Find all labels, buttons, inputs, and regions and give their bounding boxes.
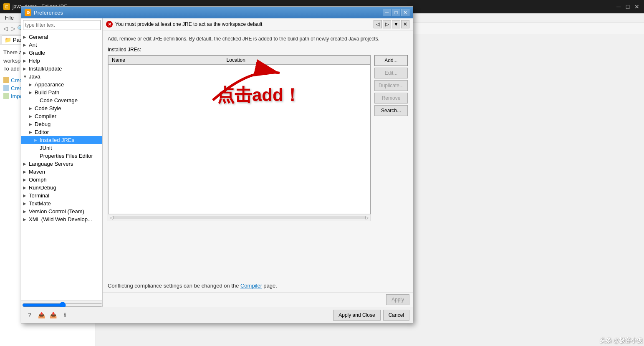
- banner-close-button[interactable]: ✕: [401, 20, 409, 28]
- tree-item-installed-jres[interactable]: ▶ Installed JREs: [21, 136, 102, 144]
- tree-item-compiler[interactable]: ▶ Compiler: [21, 112, 102, 120]
- duplicate-jre-button[interactable]: Duplicate...: [374, 80, 408, 91]
- tree-item-ant[interactable]: ▶ Ant: [21, 41, 102, 49]
- spacer-code-coverage: ▶: [34, 98, 39, 103]
- apply-button-inline[interactable]: Apply: [386, 294, 409, 305]
- expand-icon-compiler: ▶: [29, 114, 34, 119]
- expand-icon-run-debug: ▶: [23, 185, 28, 190]
- tree-item-xml[interactable]: ▶ XML (Wild Web Develop...: [21, 215, 102, 223]
- scroll-right-arrow: ▷: [366, 215, 369, 220]
- expand-icon-maven: ▶: [23, 169, 28, 174]
- jre-table-wrapper: Name Location: [108, 56, 371, 214]
- expand-icon-build-path: ▶: [29, 90, 34, 95]
- banner-forward-button[interactable]: ▷: [383, 20, 391, 28]
- search-jre-button[interactable]: Search...: [374, 105, 408, 116]
- expand-icon-code-style: ▶: [29, 106, 34, 111]
- toolbar-back[interactable]: ◁: [2, 25, 9, 32]
- menu-file[interactable]: File: [2, 14, 17, 22]
- tree-item-help[interactable]: ▶ Help: [21, 57, 102, 65]
- apply-and-close-button[interactable]: Apply and Close: [333, 310, 380, 321]
- spacer-junit: ▶: [34, 146, 39, 150]
- tree-item-textmate[interactable]: ▶ TextMate: [21, 200, 102, 207]
- tree-item-language-servers[interactable]: ▶ Language Servers: [21, 160, 102, 168]
- jre-table-scroll-area: ◁ ▷: [108, 214, 371, 221]
- compiler-link[interactable]: Compiler: [240, 283, 262, 289]
- expand-icon-terminal: ▶: [23, 193, 28, 198]
- scroll-left-arrow: ◁: [110, 215, 113, 220]
- tree-item-oomph[interactable]: ▶ Oomph: [21, 176, 102, 184]
- minimize-button[interactable]: ─: [615, 3, 622, 10]
- jre-action-buttons: Add... Edit... Duplicate... Remove Searc…: [374, 55, 408, 221]
- dialog-minimize-button[interactable]: ─: [383, 9, 391, 16]
- tree-item-install-update[interactable]: ▶ Install/Update: [21, 65, 102, 73]
- expand-icon-help: ▶: [23, 58, 28, 63]
- tree-item-gradle[interactable]: ▶ Gradle: [21, 49, 102, 57]
- tree-item-run-debug[interactable]: ▶ Run/Debug: [21, 184, 102, 192]
- expand-icon-ant: ▶: [23, 43, 28, 47]
- filter-input[interactable]: [23, 20, 101, 30]
- filter-input-wrap: [21, 18, 102, 32]
- tree-item-terminal[interactable]: ▶ Terminal: [21, 192, 102, 200]
- tree-horizontal-scrollbar[interactable]: [22, 302, 103, 307]
- tree-item-maven[interactable]: ▶ Maven: [21, 168, 102, 176]
- dialog-title: Preferences: [34, 10, 383, 16]
- watermark: 头条 @极客小俊: [600, 337, 642, 344]
- expand-icon-gradle: ▶: [23, 51, 28, 55]
- preferences-tree-panel: ▶ General ▶ Ant ▶ Gradle ▶ Help: [21, 18, 103, 307]
- cancel-button[interactable]: Cancel: [383, 310, 409, 321]
- banner-back-button[interactable]: ◁: [374, 20, 382, 28]
- preferences-dialog: ⚙ Preferences ─ □ ✕ ▶ General: [21, 6, 413, 323]
- remove-jre-button[interactable]: Remove: [374, 93, 408, 104]
- dialog-titlebar: ⚙ Preferences ─ □ ✕: [21, 7, 413, 18]
- tree-item-properties-files[interactable]: ▶ Properties Files Editor: [21, 152, 102, 160]
- spacer-properties: ▶: [34, 154, 39, 158]
- jre-description: Add, remove or edit JRE definitions. By …: [108, 35, 408, 43]
- error-message-text: You must provide at least one JRE to act…: [115, 21, 371, 27]
- export-preferences-button[interactable]: 📤: [36, 310, 46, 320]
- tree-item-junit[interactable]: ▶ JUnit: [21, 144, 102, 152]
- tree-item-build-path[interactable]: ▶ Build Path: [21, 88, 102, 96]
- maximize-button[interactable]: □: [624, 3, 631, 10]
- jre-table: Name Location: [109, 56, 370, 65]
- jre-table-header-name: Name: [109, 56, 223, 65]
- eclipse-background: E java_demo - Eclipse IDE ─ □ ✕ File Edi…: [0, 0, 644, 346]
- expand-icon-appearance: ▶: [29, 82, 34, 87]
- dialog-right-panel: ✕ You must provide at least one JRE to a…: [103, 18, 413, 307]
- footer-left-icons: ? 📤 📥 ℹ: [25, 310, 331, 320]
- spacer-installed-jres: ▶: [34, 138, 39, 142]
- expand-icon-debug: ▶: [29, 122, 34, 126]
- tree-item-code-coverage[interactable]: ▶ Code Coverage: [21, 96, 102, 104]
- tree-item-version-control[interactable]: ▶ Version Control (Team): [21, 207, 102, 215]
- tree-item-general[interactable]: ▶ General: [21, 33, 102, 41]
- expand-icon-textmate: ▶: [23, 201, 28, 206]
- project-icon: [3, 85, 9, 91]
- help-icon-button[interactable]: ?: [25, 310, 35, 320]
- import-preferences-button[interactable]: 📥: [48, 310, 58, 320]
- tree-item-appearance[interactable]: ▶ Appearance: [21, 81, 102, 88]
- error-banner: ✕ You must provide at least one JRE to a…: [103, 18, 413, 30]
- add-jre-button[interactable]: Add...: [374, 55, 408, 66]
- installed-jres-label: Installed JREs:: [108, 47, 408, 53]
- expand-icon-editor: ▶: [29, 130, 34, 134]
- dialog-close-button[interactable]: ✕: [401, 9, 409, 16]
- dialog-win-controls: ─ □ ✕: [383, 9, 409, 16]
- banner-menu-button[interactable]: ▼: [392, 20, 400, 28]
- java-project-icon: [3, 77, 9, 83]
- expand-icon-general: ▶: [23, 35, 28, 39]
- compiler-link-suffix: page.: [263, 283, 277, 289]
- apply-area: Apply: [103, 292, 413, 307]
- edit-jre-button[interactable]: Edit...: [374, 68, 408, 78]
- tree-item-code-style[interactable]: ▶ Code Style: [21, 104, 102, 112]
- main-window-controls: ─ □ ✕: [615, 3, 641, 10]
- tree-item-java[interactable]: ▼ Java: [21, 73, 102, 81]
- tree-item-debug[interactable]: ▶ Debug: [21, 120, 102, 128]
- tree-item-editor[interactable]: ▶ Editor: [21, 128, 102, 136]
- horizontal-scrollbar[interactable]: [113, 216, 366, 219]
- dialog-resize-button[interactable]: □: [392, 9, 400, 16]
- expand-icon-version-control: ▶: [23, 209, 28, 214]
- toolbar-forward[interactable]: ▷: [9, 25, 17, 32]
- jre-content-area: Add, remove or edit JRE definitions. By …: [103, 30, 413, 279]
- tree-scroll-bottom: [21, 300, 102, 307]
- info-button[interactable]: ℹ: [60, 310, 70, 320]
- close-button[interactable]: ✕: [633, 3, 641, 10]
